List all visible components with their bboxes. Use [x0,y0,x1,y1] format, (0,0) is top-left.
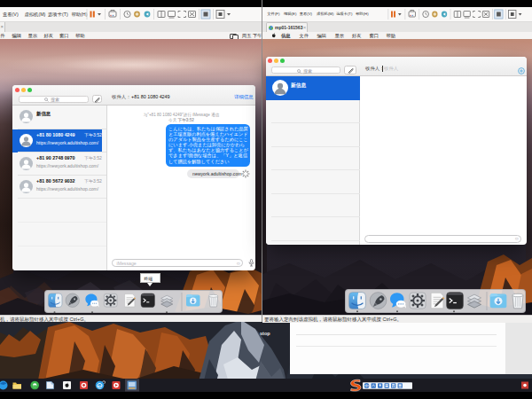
svg-text:中: 中 [364,383,369,388]
